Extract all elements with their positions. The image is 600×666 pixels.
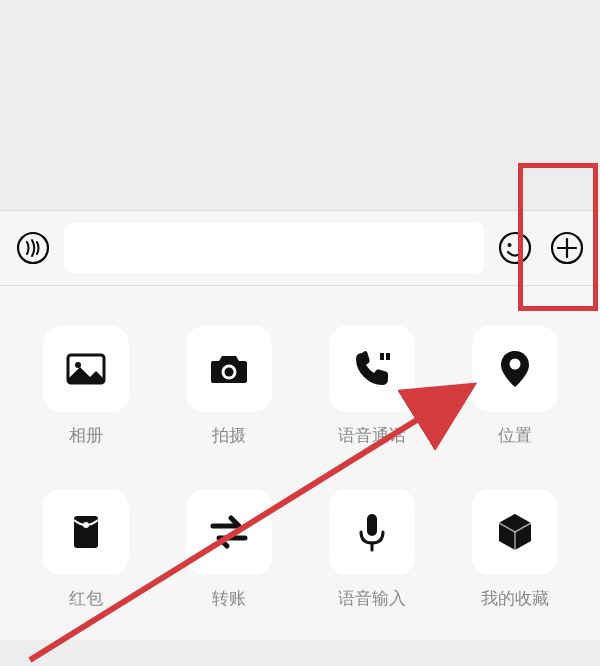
svg-rect-11 [380,353,384,360]
camera-icon [186,326,272,412]
attachment-label: 我的收藏 [481,587,549,610]
svg-point-1 [500,233,530,263]
svg-rect-14 [74,516,98,548]
album-icon [43,326,129,412]
attachment-location[interactable]: 位置 [472,326,558,447]
attachment-label: 相册 [69,424,103,447]
message-input[interactable] [64,223,484,273]
svg-rect-12 [386,353,390,360]
redpacket-icon [43,489,129,575]
attachment-redpacket[interactable]: 红包 [43,489,129,610]
attachment-favorite[interactable]: 我的收藏 [472,489,558,610]
transfer-icon [186,489,272,575]
svg-point-2 [508,243,512,247]
input-bar [0,210,600,286]
attachment-transfer[interactable]: 转账 [186,489,272,610]
svg-point-15 [83,522,89,528]
svg-point-0 [18,233,48,263]
location-icon [472,326,558,412]
attachment-album[interactable]: 相册 [43,326,129,447]
attachment-camera[interactable]: 拍摄 [186,326,272,447]
emoji-icon[interactable] [494,227,536,269]
voicecall-icon [329,326,415,412]
svg-point-3 [519,243,523,247]
attachment-label: 红包 [69,587,103,610]
attachment-label: 转账 [212,587,246,610]
attachment-voicecall[interactable]: 语音通话 [329,326,415,447]
microphone-icon [329,489,415,575]
svg-point-10 [224,368,233,377]
attachment-label: 位置 [498,424,532,447]
voice-toggle-icon[interactable] [12,227,54,269]
attachment-label: 语音通话 [338,424,406,447]
plus-icon[interactable] [546,227,588,269]
favorite-icon [472,489,558,575]
attachment-label: 语音输入 [338,587,406,610]
chat-background [0,0,600,210]
attachments-panel: 相册 拍摄 语音通话 位置 红包 [0,286,600,640]
svg-rect-16 [367,514,377,536]
attachment-voiceinput[interactable]: 语音输入 [329,489,415,610]
attachment-label: 拍摄 [212,424,246,447]
svg-point-13 [509,359,520,370]
